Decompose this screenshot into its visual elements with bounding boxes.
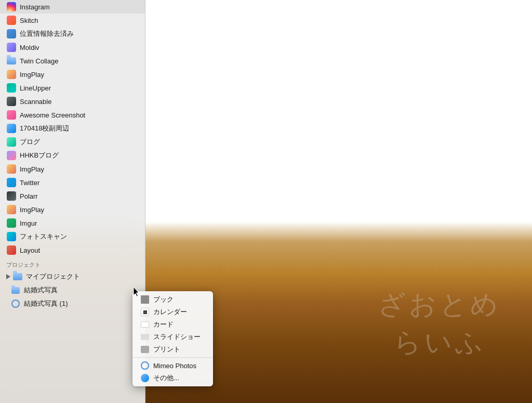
folder-icon: [6, 56, 17, 66]
section-label-project: プロジェクト: [0, 257, 145, 270]
layout-icon: [6, 245, 17, 255]
imgplay3-icon: [6, 204, 17, 215]
project-header[interactable]: マイプロジェクト: [0, 270, 145, 283]
scannable-icon: [6, 96, 17, 107]
imgplay2-icon: [6, 164, 17, 174]
location-icon: [6, 29, 17, 39]
photo-icon: [6, 123, 17, 134]
sidebar-item-imgplay2[interactable]: ImgPlay: [0, 162, 145, 176]
mimeo-icon: [140, 360, 150, 371]
card-icon: [140, 319, 150, 330]
more-icon: [140, 373, 150, 383]
sidebar-item-imgplay3[interactable]: ImgPlay: [0, 203, 145, 216]
sidebar-item-instagram[interactable]: Instagram: [0, 0, 145, 14]
sidebar-item-twitter[interactable]: Twitter: [0, 176, 145, 189]
sidebar-item-moldiv[interactable]: Moldiv: [0, 41, 145, 54]
sidebar-item-blog[interactable]: ブログ: [0, 135, 145, 149]
moldiv-icon: [6, 42, 17, 53]
context-item-mimeo[interactable]: Mimeo Photos: [132, 359, 213, 372]
project-subitem-wedding2[interactable]: 結婚式写真 (1): [0, 297, 145, 310]
sidebar-item-imgur[interactable]: Imgur: [0, 216, 145, 230]
sidebar-item-hhkb[interactable]: HHKBブログ: [0, 149, 145, 162]
context-menu: ブック ▦ カレンダー カード スライドショー プリント Mimeo Photo…: [132, 291, 213, 386]
skitch-icon: [6, 15, 17, 25]
awesome-icon: [6, 110, 17, 120]
slideshow-icon: [140, 332, 150, 342]
context-item-print[interactable]: プリント: [132, 343, 213, 356]
context-item-calendar[interactable]: ▦ カレンダー: [132, 306, 213, 318]
sidebar-item-scannable[interactable]: Scannable: [0, 95, 145, 108]
print-icon: [140, 344, 150, 355]
wedding1-folder-icon: [10, 285, 21, 295]
context-item-book[interactable]: ブック: [132, 293, 213, 306]
photoscan-icon: [6, 231, 17, 242]
context-item-slideshow[interactable]: スライドショー: [132, 331, 213, 343]
polarr-icon: [6, 191, 17, 201]
watermark: ざおとめ らいふ: [378, 285, 501, 361]
sidebar-item-imgplay1[interactable]: ImgPlay: [0, 68, 145, 81]
blog-icon: [6, 137, 17, 147]
sidebar-item-awesome-screenshot[interactable]: Awesome Screenshot: [0, 108, 145, 122]
hhkb-icon: [6, 150, 17, 161]
instagram-icon: [6, 2, 17, 12]
sidebar-item-lineupper[interactable]: LineUpper: [0, 81, 145, 95]
sidebar-item-photoscan[interactable]: フォトスキャン: [0, 230, 145, 243]
sidebar-list: Instagram Skitch 位置情報除去済み Moldiv Twin Co…: [0, 0, 145, 257]
sidebar-item-polarr[interactable]: Polarr: [0, 189, 145, 203]
wedding2-globe-icon: [10, 298, 21, 309]
sidebar: Instagram Skitch 位置情報除去済み Moldiv Twin Co…: [0, 0, 145, 403]
triangle-icon: [6, 274, 10, 279]
project-folder-icon: [12, 271, 23, 282]
calendar-icon: ▦: [140, 307, 150, 317]
context-item-other[interactable]: その他...: [132, 372, 213, 384]
twitter-icon: [6, 177, 17, 188]
project-subitem-wedding1[interactable]: 結婚式写真: [0, 283, 145, 297]
sidebar-item-skitch[interactable]: Skitch: [0, 14, 145, 27]
sidebar-item-twin-collage[interactable]: Twin Collage: [0, 54, 145, 68]
book-icon: [140, 294, 150, 305]
context-separator: [132, 357, 213, 358]
imgplay1-icon: [6, 69, 17, 80]
sidebar-item-170418[interactable]: 170418校副周辺: [0, 122, 145, 135]
sidebar-item-layout[interactable]: Layout: [0, 243, 145, 257]
sidebar-item-location[interactable]: 位置情報除去済み: [0, 27, 145, 41]
imgur-icon: [6, 218, 17, 228]
context-item-card[interactable]: カード: [132, 318, 213, 331]
lineupper-icon: [6, 83, 17, 93]
